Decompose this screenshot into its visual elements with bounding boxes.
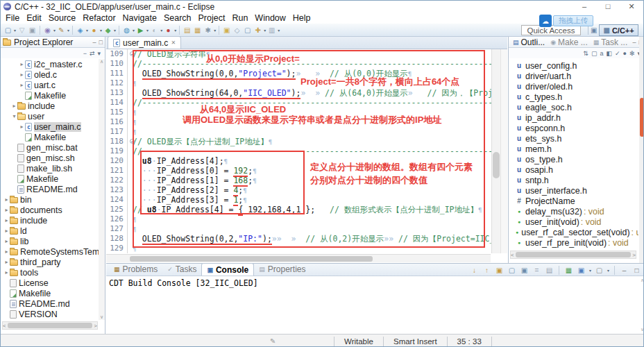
dropdown-icon[interactable]: ▾ xyxy=(264,28,266,33)
open-console-icon[interactable]: ▣ xyxy=(576,265,586,276)
last-edit-icon[interactable]: ▢ xyxy=(242,25,253,35)
minimize-view-icon[interactable]: – xyxy=(93,39,96,46)
open-folder-icon[interactable]: ▤ xyxy=(182,25,192,35)
code-line[interactable]: OLED_ShowString(64,0,"IIC_OLED");» » // … xyxy=(106,88,507,98)
minimize-view-icon[interactable]: – xyxy=(633,39,636,46)
tree-collapsed-icon[interactable]: ▸ xyxy=(3,269,10,276)
tree-collapsed-icon[interactable]: ▸ xyxy=(19,82,25,88)
tree-item-license[interactable]: License xyxy=(1,278,99,288)
code-line[interactable]: // OLED显示【点分十进制_IP地址】¶ xyxy=(106,137,507,146)
outline-item-user-interface-h[interactable]: uuser_interface.h xyxy=(509,185,638,196)
hide-fields-icon[interactable]: ▢ xyxy=(591,50,598,57)
tree-collapsed-icon[interactable]: ▸ xyxy=(3,248,10,255)
tree-item-readme-md[interactable]: README.md xyxy=(1,298,99,309)
menu-window[interactable]: Window xyxy=(251,12,289,24)
code-line[interactable]: //--------------------------------------… xyxy=(106,146,507,156)
profile-icon[interactable]: ◐ xyxy=(149,25,160,35)
tree-item-uart-c[interactable]: ▸uart.c xyxy=(1,80,99,90)
code-editor[interactable]: // OLED显示字符串¶//-------------------------… xyxy=(106,49,507,253)
link-editor-icon[interactable]: ⇄ xyxy=(90,50,95,57)
pin-console-icon[interactable]: ▢ xyxy=(594,265,604,276)
new-icon[interactable]: ▢ xyxy=(3,25,13,35)
tree-item-bin[interactable]: ▸bin xyxy=(1,194,99,205)
open-perspective-icon[interactable]: ▣ xyxy=(591,26,597,34)
outline-horizontal-scrollbar[interactable]: < > xyxy=(510,251,636,259)
tree-item-ld[interactable]: ▸ld xyxy=(1,226,99,236)
dropdown-icon[interactable]: ▾ xyxy=(14,28,16,33)
tree-item-tools[interactable]: ▸tools xyxy=(1,267,99,278)
open-project-icon[interactable]: ▦ xyxy=(192,25,203,35)
console-tab-tasks[interactable]: ✓Tasks xyxy=(162,263,201,276)
code-line[interactable]: // u8·IP_Address[4] = { 192,168,4,1 }; /… xyxy=(106,205,507,214)
dropdown-icon[interactable]: ▾ xyxy=(146,28,149,33)
project-tree-vertical-scrollbar[interactable]: ∧ ∨ xyxy=(99,59,105,320)
tree-item-makefile[interactable]: Makefile xyxy=(1,90,99,101)
console-tab-properties[interactable]: ▤Properties xyxy=(254,263,310,276)
tree-collapsed-icon[interactable]: ▸ xyxy=(19,124,25,130)
tree-collapsed-icon[interactable]: ▸ xyxy=(3,196,10,203)
tab-close-icon[interactable]: ✕ xyxy=(171,40,176,46)
code-line[interactable]: ¶ xyxy=(106,214,507,224)
outline-item-user-rf-pre-init-void[interactable]: ●user_rf_pre_init(void): void xyxy=(509,237,638,248)
tree-item-makefile[interactable]: Makefile xyxy=(1,132,99,142)
code-line[interactable]: //--------------------------------------… xyxy=(106,98,507,108)
tree-expanded-icon[interactable]: ▾ xyxy=(11,113,17,119)
outline-item-sntp-h[interactable]: usntp.h xyxy=(509,175,638,185)
scrollbar-thumb[interactable] xyxy=(130,256,373,262)
new-cpp-icon[interactable]: ◈ xyxy=(75,25,85,35)
maximize-view-icon[interactable]: □ xyxy=(632,265,642,276)
scroll-lock-icon[interactable]: ▤ xyxy=(544,265,554,276)
tree-item-makefile[interactable]: Makefile xyxy=(1,288,99,298)
scroll-down-icon[interactable]: ∨ xyxy=(641,327,644,332)
scroll-right-icon[interactable]: > xyxy=(632,252,636,258)
highlight-icon[interactable]: ▣ xyxy=(221,25,232,35)
hide-inactive-icon[interactable]: ✓ xyxy=(615,50,620,57)
tree-item-readme-md[interactable]: README.md xyxy=(1,184,99,194)
dropdown-icon[interactable]: ▾ xyxy=(160,28,162,33)
scroll-up-icon[interactable]: ∧ xyxy=(99,59,105,65)
dropdown-icon[interactable]: ▾ xyxy=(278,28,280,33)
next-annotation-icon[interactable]: ◇ xyxy=(232,25,242,35)
scrollbar-thumb[interactable] xyxy=(640,98,644,137)
dropdown-icon[interactable]: ▾ xyxy=(53,28,56,33)
sort-icon[interactable]: ⇅ xyxy=(583,50,588,57)
console-tab-console[interactable]: ▣Console xyxy=(201,263,254,276)
tree-item-include[interactable]: ▸include xyxy=(1,101,99,111)
scroll-lock-up-icon[interactable]: ↑ xyxy=(482,265,492,276)
outline-item-os-type-h[interactable]: uos_type.h xyxy=(509,154,638,164)
project-tree-horizontal-scrollbar[interactable]: < > xyxy=(2,321,98,330)
menu-source[interactable]: Source xyxy=(45,12,80,24)
tree-collapsed-icon[interactable]: ▸ xyxy=(3,207,10,213)
scroll-left-icon[interactable]: < xyxy=(511,252,514,258)
fold-collapse-icon[interactable] xyxy=(130,51,135,56)
custom-filter-icon[interactable]: ● xyxy=(622,50,626,57)
hide-static-icon[interactable]: a xyxy=(600,50,603,57)
console-body[interactable]: CDT Build Console [32_IIC_OLED] ∧ ∨ xyxy=(106,276,644,334)
scroll-down-icon[interactable]: ∨ xyxy=(99,314,105,320)
tree-collapsed-icon[interactable]: ▸ xyxy=(19,61,25,67)
link-editor-icon[interactable]: ✻ xyxy=(629,50,635,57)
tree-item-documents[interactable]: ▸documents xyxy=(1,205,99,215)
outline-item-projectname[interactable]: #ProjectName xyxy=(509,196,638,206)
dropdown-icon[interactable]: ▾ xyxy=(214,28,216,33)
scroll-up-icon[interactable]: ∧ xyxy=(641,278,644,283)
run-icon[interactable]: ▶ xyxy=(135,25,146,35)
outline-item-c-types-h[interactable]: uc_types.h xyxy=(509,92,638,102)
tree-item-include[interactable]: ▸include xyxy=(1,215,99,226)
code-line[interactable]: ···IP_Address[2] = 4;¶ xyxy=(106,185,507,195)
menu-navigate[interactable]: Navigate xyxy=(119,12,160,24)
scrollbar-thumb[interactable] xyxy=(8,323,93,328)
editor-tab-user-main[interactable]: user_main.c ✕ xyxy=(108,36,181,49)
copy-console-icon[interactable]: ▣ xyxy=(519,265,529,276)
outline-vertical-scrollbar[interactable] xyxy=(639,37,644,263)
menu-refactor[interactable]: Refactor xyxy=(79,12,119,24)
upload-icon[interactable]: ☁ xyxy=(539,15,552,27)
build-icon[interactable]: ✎ xyxy=(56,25,67,35)
dropdown-icon[interactable]: ▾ xyxy=(589,268,591,273)
close-button[interactable]: ✕ xyxy=(620,1,643,12)
tree-collapsed-icon[interactable]: ▸ xyxy=(11,103,17,109)
maximize-view-icon[interactable]: □ xyxy=(99,39,103,46)
external-tools-icon[interactable]: ✱ xyxy=(203,25,213,35)
menu-edit[interactable]: Edit xyxy=(23,12,45,24)
dropdown-icon[interactable]: ▾ xyxy=(67,28,69,33)
